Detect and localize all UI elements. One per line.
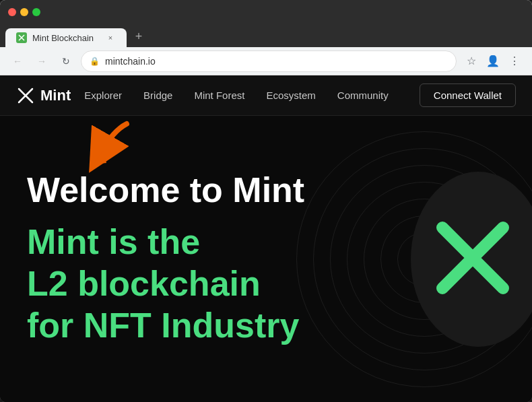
- nav-item-ecosystem[interactable]: Ecosystem: [266, 90, 315, 101]
- connect-wallet-button[interactable]: Connect Wallet: [420, 83, 516, 107]
- menu-button[interactable]: ⋮: [505, 52, 524, 71]
- tab-title: Mint Blockchain: [32, 33, 94, 43]
- toolbar-actions: ☆ 👤 ⋮: [462, 52, 524, 71]
- window-minimize-button[interactable]: [20, 8, 28, 16]
- url-text: mintchain.io: [105, 56, 448, 67]
- hero-subtitle-line1: Mint is the: [27, 221, 505, 263]
- back-button[interactable]: ←: [8, 52, 27, 71]
- logo-icon: [16, 86, 35, 105]
- window-maximize-button[interactable]: [32, 8, 40, 16]
- hero-title: Welcome to Mint: [27, 171, 505, 209]
- security-lock-icon: 🔒: [90, 57, 100, 66]
- nav-item-explorer[interactable]: Explorer: [84, 90, 122, 101]
- nav-item-mint-forest[interactable]: Mint Forest: [194, 90, 244, 101]
- browser-frame: Mint Blockchain × + ← → ↻ 🔒 mintchain.io…: [0, 0, 532, 402]
- tab-close-button[interactable]: ×: [105, 32, 116, 43]
- nav-links: Explorer Bridge Mint Forest Ecosystem Co…: [84, 90, 420, 101]
- browser-toolbar: ← → ↻ 🔒 mintchain.io ☆ 👤 ⋮: [0, 47, 532, 75]
- window-controls: [8, 8, 40, 16]
- tab-favicon: [16, 32, 27, 43]
- hero-subtitle-line2: L2 blockchain: [27, 263, 505, 304]
- address-bar[interactable]: 🔒 mintchain.io: [81, 51, 457, 72]
- site-logo[interactable]: Mint: [16, 86, 71, 105]
- browser-titlebar: [0, 0, 532, 24]
- hero-subtitle-line3: for NFT Industry: [27, 304, 505, 346]
- window-close-button[interactable]: [8, 8, 16, 16]
- hero-section: Welcome to Mint Mint is the L2 blockchai…: [0, 116, 532, 402]
- logo-text: Mint: [40, 87, 71, 104]
- tab-bar: Mint Blockchain × +: [0, 24, 532, 47]
- bookmark-button[interactable]: ☆: [462, 52, 481, 71]
- nav-item-community[interactable]: Community: [337, 90, 389, 101]
- nav-item-bridge[interactable]: Bridge: [143, 90, 172, 101]
- profile-button[interactable]: 👤: [484, 52, 502, 71]
- new-tab-button[interactable]: +: [129, 27, 148, 46]
- website-content: Mint Explorer Bridge Mint Forest Ecosyst…: [0, 75, 532, 402]
- active-tab[interactable]: Mint Blockchain ×: [5, 28, 127, 47]
- hero-subtitle: Mint is the L2 blockchain for NFT Indust…: [27, 221, 505, 347]
- forward-button[interactable]: →: [32, 52, 51, 71]
- refresh-button[interactable]: ↻: [57, 52, 75, 71]
- site-navigation: Mint Explorer Bridge Mint Forest Ecosyst…: [0, 75, 532, 116]
